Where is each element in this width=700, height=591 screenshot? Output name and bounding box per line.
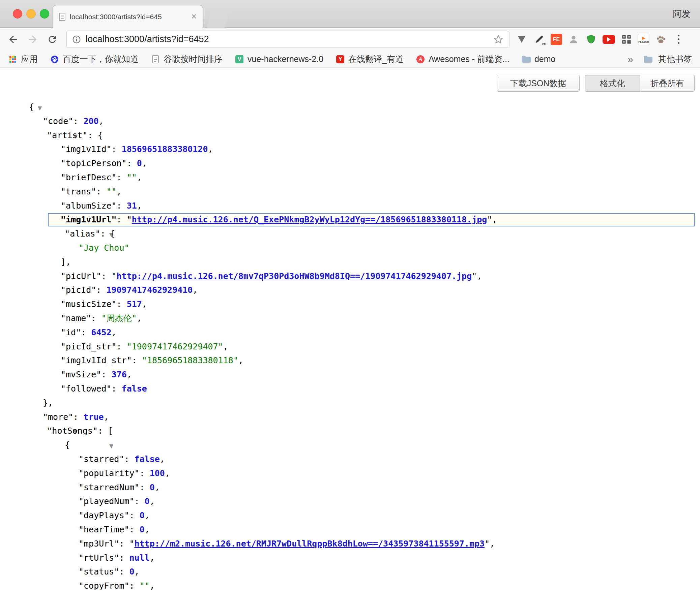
bookmark-item[interactable]: 应用 [8, 54, 38, 65]
browser-tab[interactable]: localhost:3000/artists?id=645 × [53, 5, 203, 28]
json-token: ", [485, 539, 495, 549]
player-icon[interactable]: ▶ PLAYER [638, 34, 649, 45]
bookmark-item[interactable]: 谷歌按时间排序 [151, 54, 223, 65]
json-line: "trans": "", [0, 185, 700, 199]
json-token: 0 [137, 158, 142, 168]
profile-name[interactable]: 阿发 [673, 0, 691, 28]
json-token: : [ [98, 426, 113, 436]
bookmark-item[interactable]: AAwesomes - 前端资... [416, 54, 509, 65]
json-token: ", [472, 271, 482, 281]
json-url-link[interactable]: http://p4.music.126.net/8mv7qP30Pd3oHW8b… [117, 271, 472, 281]
address-bar[interactable]: localhost:3000/artists?id=6452 [66, 31, 509, 48]
json-token: "img1v1Id_str" [61, 355, 132, 365]
json-token: , [137, 173, 142, 182]
json-token: : [127, 158, 137, 168]
json-line: "picUrl": "http://p4.music.126.net/8mv7q… [0, 269, 700, 283]
json-tree: ▼{"code": 200,▼"artist": {"img1v1Id": 18… [0, 100, 700, 591]
forward-button[interactable] [25, 31, 41, 48]
youdao-pen-icon[interactable]: en [533, 33, 545, 45]
json-token: : [101, 370, 111, 379]
tab-close-icon[interactable]: × [191, 12, 197, 21]
json-token: "artist" [47, 130, 87, 140]
json-token: 0 [129, 567, 135, 577]
profile-silhouette-icon[interactable] [567, 33, 580, 45]
json-line: ▼{ [0, 438, 700, 452]
json-token: : [117, 342, 127, 351]
back-button[interactable] [5, 31, 21, 48]
youtube-icon[interactable] [603, 35, 615, 44]
json-token: , [127, 370, 132, 379]
collapse-all-button[interactable]: 折叠所有 [640, 75, 695, 92]
close-window-button[interactable] [13, 9, 22, 19]
json-token: "name" [61, 313, 91, 323]
json-line: ▼{ [0, 100, 700, 114]
json-token: , [165, 468, 170, 478]
json-line: ▼"artist": { [0, 128, 700, 143]
json-token: : [73, 412, 83, 422]
baidu-icon [50, 55, 59, 64]
json-token: null [129, 553, 150, 563]
json-line: "mp3Url": "http://m2.music.126.net/RMJR7… [0, 537, 700, 551]
json-token: , [142, 158, 147, 168]
json-line: "starredNum": 0, [0, 480, 700, 495]
json-line: "name": "周杰伦", [0, 311, 700, 325]
minimize-window-button[interactable] [26, 9, 36, 19]
json-line-selected: "img1v1Url": "http://p4.music.126.net/Q_… [0, 213, 700, 227]
json-token: "popularity" [79, 468, 140, 478]
qr-code-icon[interactable] [620, 33, 633, 45]
json-token: ], [61, 257, 71, 267]
bookmark-star-icon[interactable] [493, 34, 504, 45]
new-tab-button[interactable] [206, 7, 231, 28]
json-line: "img1v1Id_str": "18569651883380118", [0, 353, 700, 368]
browser-menu-icon[interactable] [672, 33, 684, 45]
vimium-icon[interactable] [516, 33, 528, 45]
json-line: "id": 6452, [0, 325, 700, 340]
paw-icon[interactable] [655, 33, 667, 45]
json-line: "more": true, [0, 410, 700, 424]
reload-button[interactable] [44, 31, 60, 48]
tab-strip: localhost:3000/artists?id=645 × 阿发 [0, 0, 700, 28]
collapse-arrow-icon[interactable]: ▼ [38, 105, 42, 111]
json-token: "img1v1Url" [61, 215, 117, 224]
json-token: , [223, 342, 228, 351]
traffic-lights [13, 9, 49, 19]
json-token: : [91, 313, 101, 323]
json-token: "alias" [65, 229, 100, 239]
json-viewer-page: 下载JSON数据 格式化 折叠所有 ▼{"code": 200,▼"artist… [0, 68, 700, 591]
json-url-link[interactable]: http://p4.music.126.net/Q_ExePNkmgB2yWyL… [132, 215, 487, 224]
collapse-arrow-icon[interactable]: ▼ [109, 443, 113, 449]
json-token: : [112, 144, 122, 154]
bookmark-item[interactable]: Vvue-hackernews-2.0 [235, 54, 323, 64]
download-json-button[interactable]: 下载JSON数据 [497, 75, 580, 92]
shield-icon[interactable] [585, 33, 597, 45]
json-token: 517 [127, 299, 142, 309]
json-line: "Jay Chou" [0, 241, 700, 255]
json-token: , [150, 553, 155, 563]
json-token: false [135, 454, 160, 464]
info-icon[interactable] [72, 35, 81, 44]
json-token: , [142, 299, 147, 309]
zoom-window-button[interactable] [40, 9, 49, 19]
json-token: "id" [61, 328, 81, 337]
other-bookmarks-label[interactable]: 其他书签 [658, 54, 692, 65]
bookmarks-overflow-chevron[interactable]: » [628, 54, 633, 65]
json-token: "18569651883380118" [142, 355, 238, 365]
bookmark-item[interactable]: Y在线翻译_有道 [336, 54, 404, 65]
bookmark-item[interactable]: demo [522, 54, 556, 64]
json-line: "mvSize": 376, [0, 368, 700, 382]
json-token: "" [106, 187, 116, 196]
json-line: "code": 200, [0, 114, 700, 128]
json-token: 376 [112, 370, 127, 379]
json-token: "" [140, 581, 150, 591]
json-token: : [117, 201, 127, 211]
json-token: "mp3Url" [79, 539, 119, 549]
json-token: , [137, 201, 142, 211]
format-button[interactable]: 格式化 [585, 75, 640, 92]
bookmark-label: demo [534, 54, 556, 64]
json-line: "albumSize": 31, [0, 199, 700, 213]
json-token: : " [119, 539, 134, 549]
bookmark-item[interactable]: 百度一下，你就知道 [50, 54, 139, 65]
fe-icon[interactable]: FE [551, 34, 562, 45]
json-line: "hearTime": 0, [0, 523, 700, 537]
json-url-link[interactable]: http://m2.music.126.net/RMJR7wDullRqppBk… [135, 539, 485, 549]
